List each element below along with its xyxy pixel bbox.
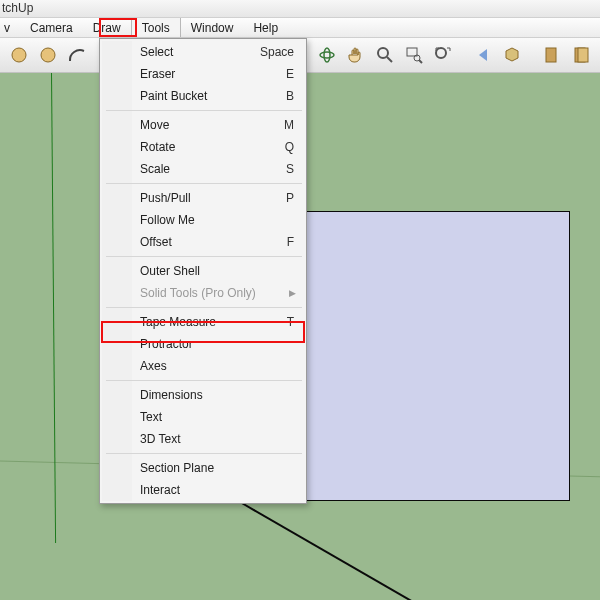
texture-b-icon[interactable]	[567, 41, 595, 69]
green-axis	[51, 73, 56, 543]
svg-point-4	[378, 48, 388, 58]
menu-item-3d-text[interactable]: 3D Text	[132, 428, 304, 450]
svg-line-5	[387, 57, 392, 62]
svg-point-9	[436, 48, 446, 58]
submenu-arrow-icon: ▶	[289, 288, 296, 298]
menu-tools[interactable]: Tools	[131, 18, 181, 37]
separator	[106, 453, 302, 454]
menu-item-axes[interactable]: Axes	[132, 355, 304, 377]
svg-rect-10	[546, 48, 556, 62]
menu-item-tape-measure[interactable]: Tape MeasureT	[132, 311, 304, 333]
menu-draw[interactable]: Draw	[83, 18, 131, 37]
separator	[106, 380, 302, 381]
menu-item-paint-bucket[interactable]: Paint BucketB	[132, 85, 304, 107]
iso-view-tool-icon[interactable]	[498, 41, 526, 69]
separator	[106, 183, 302, 184]
pan-tool-icon[interactable]	[342, 41, 370, 69]
menu-camera[interactable]: Camera	[20, 18, 83, 37]
menu-item-follow-me[interactable]: Follow Me	[132, 209, 304, 231]
prev-view-tool-icon[interactable]	[469, 41, 497, 69]
orbit-tool-icon[interactable]	[313, 41, 341, 69]
menu-item-scale[interactable]: ScaleS	[132, 158, 304, 180]
menu-item-rotate[interactable]: RotateQ	[132, 136, 304, 158]
svg-point-2	[320, 52, 334, 58]
menu-item-interact[interactable]: Interact	[132, 479, 304, 501]
separator	[106, 307, 302, 308]
svg-point-0	[12, 48, 26, 62]
circle-tool-b-icon[interactable]	[34, 41, 62, 69]
circle-tool-a-icon[interactable]	[5, 41, 33, 69]
menu-item-select[interactable]: SelectSpace	[132, 41, 304, 63]
menu-item-eraser[interactable]: EraserE	[132, 63, 304, 85]
menu-window[interactable]: Window	[181, 18, 244, 37]
window-title: tchUp	[0, 0, 600, 18]
menu-item-dimensions[interactable]: Dimensions	[132, 384, 304, 406]
menu-bar: v Camera Draw Tools Window Help	[0, 18, 600, 38]
separator	[106, 256, 302, 257]
svg-line-8	[419, 60, 422, 63]
svg-point-1	[41, 48, 55, 62]
app-title-fragment: tchUp	[2, 1, 33, 15]
svg-rect-12	[578, 48, 588, 62]
svg-rect-6	[407, 48, 417, 56]
svg-point-3	[324, 48, 330, 62]
menu-item-protractor[interactable]: Protractor	[132, 333, 304, 355]
menu-help[interactable]: Help	[243, 18, 288, 37]
zoom-window-tool-icon[interactable]	[400, 41, 428, 69]
zoom-tool-icon[interactable]	[371, 41, 399, 69]
texture-a-icon[interactable]	[538, 41, 566, 69]
menu-item-move[interactable]: MoveM	[132, 114, 304, 136]
globe-tool-icon[interactable]	[596, 41, 600, 69]
edge-line	[240, 501, 449, 600]
arc-tool-icon[interactable]	[63, 41, 91, 69]
menu-item-outer-shell[interactable]: Outer Shell	[132, 260, 304, 282]
menu-item-solid-tools: Solid Tools (Pro Only)▶	[132, 282, 304, 304]
menu-item-pushpull[interactable]: Push/PullP	[132, 187, 304, 209]
menu-item-text[interactable]: Text	[132, 406, 304, 428]
zoom-extents-tool-icon[interactable]	[429, 41, 457, 69]
menu-item-section-plane[interactable]: Section Plane	[132, 457, 304, 479]
tools-dropdown: SelectSpace EraserE Paint BucketB MoveM …	[99, 38, 307, 504]
menu-item-offset[interactable]: OffsetF	[132, 231, 304, 253]
separator	[106, 110, 302, 111]
menu-view-partial[interactable]: v	[0, 18, 20, 37]
